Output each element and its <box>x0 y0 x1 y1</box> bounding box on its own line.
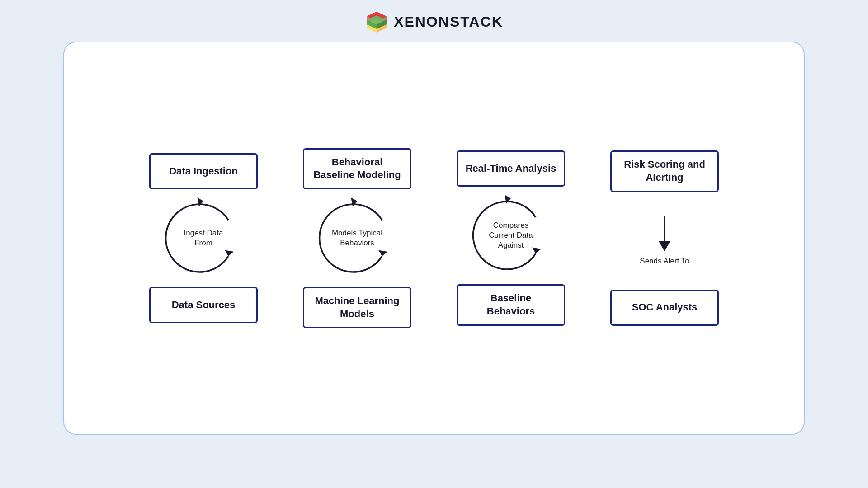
box-ml-models: Machine Learning Models <box>303 287 411 328</box>
svg-marker-16 <box>659 241 671 251</box>
box-soc-analysts: SOC Analysts <box>610 290 719 326</box>
box-data-ingestion: Data Ingestion <box>149 153 258 189</box>
box-data-sources: Data Sources <box>149 287 258 323</box>
box-soc-analysts-label: SOC Analysts <box>632 301 698 314</box>
circle-label-1: Ingest Data From <box>174 228 233 248</box>
down-arrow-container: Sends Alert To <box>640 196 689 286</box>
flow-column-2: Behavioral Baseline Modeling Models Typi… <box>294 148 420 328</box>
box-realtime-label: Real-Time Analysis <box>466 162 557 175</box>
box-risk-scoring-label: Risk Scoring and Alerting <box>619 158 710 184</box>
logo-icon <box>365 10 388 33</box>
circle-label-2: Models Typical Behaviors <box>328 228 387 248</box>
box-data-sources-label: Data Sources <box>172 299 236 312</box>
circle-label-3: Compares Current Data Against <box>481 221 540 250</box>
diagram-container: Data Ingestion Ingest Data From Data Sou… <box>64 148 804 328</box>
down-arrow-label: Sends Alert To <box>640 257 689 266</box>
box-data-ingestion-label: Data Ingestion <box>169 165 238 178</box>
flow-column-4: Risk Scoring and Alerting Sends Alert To… <box>601 150 728 325</box>
down-arrow-svg <box>653 216 676 252</box>
svg-marker-10 <box>224 250 234 257</box>
header: XENONSTACK <box>0 0 868 42</box>
box-behavioral-label: Behavioral Baseline Modeling <box>311 156 403 182</box>
main-card: Data Ingestion Ingest Data From Data Sou… <box>63 42 805 435</box>
box-risk-scoring: Risk Scoring and Alerting <box>610 150 719 192</box>
svg-marker-12 <box>377 250 387 257</box>
box-behavioral: Behavioral Baseline Modeling <box>303 148 411 189</box>
flow-column-1: Data Ingestion Ingest Data From Data Sou… <box>140 153 267 323</box>
box-baseline-label: Baseline Behaviors <box>465 292 557 318</box>
logo-text: XENONSTACK <box>394 14 503 30</box>
circular-arrow-3: Compares Current Data Against <box>466 190 556 281</box>
circular-arrow-1: Ingest Data From <box>158 193 249 283</box>
box-ml-models-label: Machine Learning Models <box>311 295 403 320</box>
flow-column-3: Real-Time Analysis Compares Current Data… <box>448 150 574 325</box>
box-baseline: Baseline Behaviors <box>457 284 565 325</box>
box-realtime: Real-Time Analysis <box>457 150 565 187</box>
circular-arrow-2: Models Typical Behaviors <box>312 193 402 283</box>
